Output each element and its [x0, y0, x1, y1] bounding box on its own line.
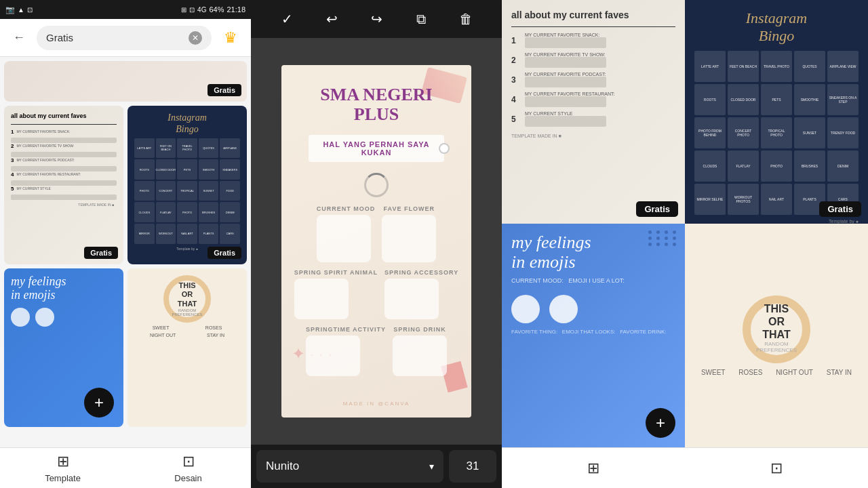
thator-sweet: SWEET [701, 369, 726, 376]
bingo-cell: CLOUDS [134, 202, 155, 222]
canvas-card[interactable]: ✦ · · · SMA NEGERI PLUS HAL YANG PERNAH … [281, 65, 471, 418]
canvas-spring-activity-box[interactable] [306, 336, 360, 376]
rc-emojis-sub-labels: FAVORITE THING: EMOJI THAT LOOKS: FAVORI… [511, 329, 675, 335]
right-card-emojis[interactable]: my feelingsin emojis CURRENT MOOD: EMOJI… [502, 224, 685, 447]
faves-gratis-badge: Gratis [84, 247, 118, 259]
rc-bingo-cell: TRENDY FOOD [827, 117, 859, 148]
rc-made-in: TEMPLATE MADE IN ■ [511, 134, 675, 138]
canvas-spring-activity-col: SPRINGTIME ACTIVITY [306, 326, 386, 376]
rc-thator-labels: SWEET ROSES NIGHT OUT STAY IN [694, 369, 859, 376]
warning-icon: ▲ [18, 6, 24, 14]
redo-button[interactable]: ↪ [364, 7, 389, 31]
canvas-spring-section-2: SPRINGTIME ACTIVITY SPRING DRINK [306, 326, 447, 376]
template-row-2: my feelingsin emojis + [4, 268, 247, 427]
emoji-circle-1 [11, 308, 30, 327]
thator-night: NIGHT OUT [776, 369, 813, 376]
loading-spinner [364, 173, 389, 197]
rc-bingo-cell: TROPICAL PHOTO [761, 117, 792, 148]
dot [656, 230, 660, 234]
faves-title: all about my current faves [11, 113, 117, 120]
vol-icon: ⊡ [189, 6, 195, 14]
dot [665, 230, 668, 234]
right-card-thator[interactable]: THISORTHAT RANDOM PREFERENCES SWEET ROSE… [685, 224, 868, 447]
right-card-faves[interactable]: all about my current faves 1 MY CURRENT … [502, 0, 685, 224]
bingo-cell: CLOSED DOOR [156, 159, 176, 180]
faves-item-4: 4 MY CURRENT FAVORITE RESTAURANT: [11, 171, 117, 178]
bingo-cell: NAIL ART [177, 224, 197, 244]
template-card-faves[interactable]: all about my current faves 1 MY CURRENT … [4, 106, 123, 264]
dot [665, 237, 668, 240]
faves-box-1 [11, 138, 117, 143]
rc-bingo-cell: QUOTES [794, 51, 825, 82]
canvas-spring-activity-label: SPRINGTIME ACTIVITY [306, 326, 386, 333]
rc-thator-inner: THISORTHAT RANDOM PREFERENCES SWEET ROSE… [685, 224, 868, 447]
undo-button[interactable]: ↩ [319, 7, 344, 31]
canvas-spring-drink-label: SPRING DRINK [393, 326, 447, 333]
copy-button[interactable]: ⧉ [409, 7, 433, 31]
faves-box-2 [11, 152, 117, 157]
faves-item-3: 3 MY CURRENT FAVORITE PODCAST: [11, 157, 117, 163]
rc-bingo-grid: LATTE ART FEET ON BEACH TRAVEL PHOTO QUO… [694, 51, 859, 215]
font-selector[interactable]: Nunito ▾ [256, 450, 443, 483]
right-template-icon: ⊞ [587, 460, 599, 477]
rc-bingo-cell: CLOUDS [694, 150, 726, 182]
canvas-spring-acc-box[interactable] [384, 279, 439, 319]
template-card-emojis[interactable]: my feelingsin emojis + [4, 268, 123, 427]
bingo-cell: MIRROR [134, 224, 155, 244]
canvas-spring-animal-box[interactable] [294, 279, 349, 319]
right-nav-template[interactable]: ⊞ [502, 448, 685, 488]
crown-button[interactable]: ♛ [218, 26, 243, 50]
canvas-mood-box[interactable] [317, 215, 371, 262]
font-name: Nunito [266, 460, 299, 473]
canvas-text-box[interactable]: HAL YANG PERNAH SAYA KUKAN [309, 135, 444, 162]
template-grid: Gratis all about my current faves 1 MY C… [0, 57, 251, 447]
bingo-cell: FLATLAY [156, 202, 176, 222]
rc-bingo-cell: LATTE ART [694, 51, 726, 82]
bingo-cell: AIRPLANE [220, 138, 240, 159]
right-nav-folder[interactable]: ⊡ [685, 448, 868, 488]
search-bar[interactable]: Gratis ✕ [37, 26, 212, 50]
rc-bingo-cell: ROOTS [694, 84, 726, 115]
rc-faves-box-2 [525, 57, 606, 68]
canvas-spring-section-1: SPRING SPIRIT ANIMAL SPRING ACCESSORY [294, 269, 459, 319]
rc-plus-button[interactable]: + [646, 408, 675, 438]
canvas-flower-box[interactable] [382, 215, 436, 262]
rc-bingo-cell: CLOSED DOOR [728, 84, 759, 115]
canvas-title-line1: SMA NEGERI [320, 85, 432, 105]
canvas-title-line2: PLUS [320, 105, 432, 125]
thator-content: THISORTHAT RANDOM PREFERENCES SWEET ROSE… [127, 268, 247, 427]
status-right-icons: ⊞ ⊡ 4G 64% 21:18 [181, 5, 245, 14]
rc-faves-box-5 [525, 116, 606, 127]
canvas-spring-drink-box[interactable] [393, 336, 447, 376]
template-card-partial[interactable]: Gratis [4, 61, 247, 102]
thator-label-sweet: SWEET [153, 325, 170, 330]
template-card-thator[interactable]: THISORTHAT RANDOM PREFERENCES SWEET ROSE… [127, 268, 247, 427]
template-card-bingo[interactable]: InstagramBingo LATTE ART FEET ON BEACH T… [127, 106, 247, 264]
back-button[interactable]: ← [8, 27, 30, 49]
size-selector[interactable]: 31 [449, 450, 496, 483]
rc-bingo-gratis: Gratis [819, 201, 861, 217]
thator-label-night: NIGHT OUT [150, 333, 176, 338]
cast-icon: ⊞ [181, 6, 186, 14]
thator-labels: SWEET ROSES [134, 325, 240, 330]
canvas-edit-handle[interactable] [439, 143, 450, 154]
signal-text: 4G [197, 6, 206, 14]
rc-emoji-circle-1 [511, 295, 540, 323]
right-card-bingo[interactable]: InstagramBingo LATTE ART FEET ON BEACH T… [685, 0, 868, 224]
top-bar: ← Gratis ✕ ♛ [0, 19, 251, 57]
bingo-cell: SUNSET [199, 181, 219, 201]
font-size-value: 31 [467, 460, 479, 473]
emojis-circles [11, 308, 117, 327]
nav-design[interactable]: ⊡ Desain [125, 448, 251, 488]
check-button[interactable]: ✓ [275, 7, 299, 31]
template-row-partial: Gratis [4, 61, 247, 102]
rc-faves-item-3: 3 MY CURRENT FAVORITE PODCAST: [511, 72, 675, 87]
search-clear-button[interactable]: ✕ [189, 31, 202, 45]
bingo-cell: LATTE ART [134, 138, 155, 159]
delete-button[interactable]: 🗑 [454, 7, 478, 31]
add-button[interactable]: + [84, 388, 114, 418]
bingo-cell: PLANTS [199, 224, 219, 244]
rc-thator-subtitle: RANDOM PREFERENCES [751, 341, 802, 353]
rc-emojis-labels: CURRENT MOOD: EMOJI I USE A LOT: [511, 277, 675, 284]
nav-template[interactable]: ⊞ Template [0, 448, 125, 488]
